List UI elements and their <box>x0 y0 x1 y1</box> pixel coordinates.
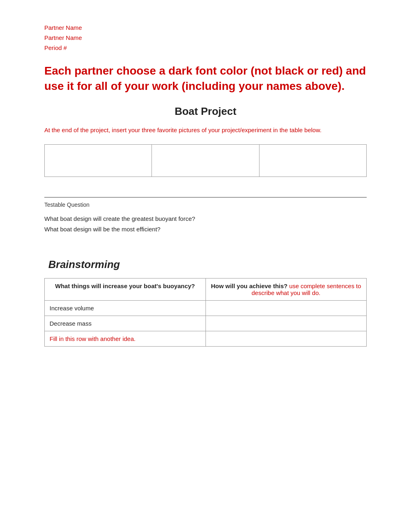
subtitle-instruction: At the end of the project, insert your t… <box>44 126 367 135</box>
partner2-line: Partner Name <box>44 34 367 41</box>
section-label: Testable Question <box>44 202 367 208</box>
row1-col2 <box>206 301 367 316</box>
picture-table <box>44 144 367 177</box>
row3-col1: Fill in this row with another idea. <box>45 331 206 347</box>
row3-col2 <box>206 331 367 347</box>
brainstorming-title: Brainstorming <box>44 258 367 271</box>
picture-cell-2 <box>152 145 259 177</box>
table-row: Increase volume <box>45 301 367 316</box>
period-line: Period # <box>44 44 367 51</box>
col1-header: What things will increase your boat's bu… <box>45 278 206 301</box>
row2-col2 <box>206 316 367 331</box>
question-1: What boat design will create the greates… <box>44 214 367 224</box>
picture-cell-3 <box>259 145 366 177</box>
divider-line <box>44 197 367 197</box>
question-2: What boat design will be the most effici… <box>44 224 367 235</box>
row2-col1: Decrease mass <box>45 316 206 331</box>
col2-header: How will you achieve this? use complete … <box>206 278 367 301</box>
main-instruction: Each partner choose a dark font color (n… <box>44 63 367 94</box>
row1-col1: Increase volume <box>45 301 206 316</box>
table-row: Fill in this row with another idea. <box>45 331 367 347</box>
picture-cell-1 <box>45 145 152 177</box>
testable-questions: What boat design will create the greates… <box>44 214 367 234</box>
table-row: Decrease mass <box>45 316 367 331</box>
partner-info: Partner Name Partner Name Period # <box>44 24 367 51</box>
project-title: Boat Project <box>44 105 367 118</box>
brainstorm-table: What things will increase your boat's bu… <box>44 278 367 347</box>
partner1-line: Partner Name <box>44 24 367 31</box>
